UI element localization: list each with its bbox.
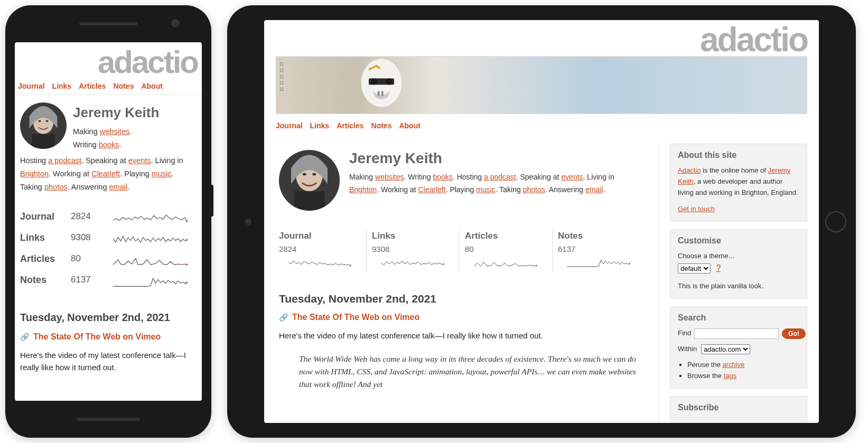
svg-point-7 [186, 264, 188, 266]
author-avatar[interactable] [20, 102, 67, 149]
link-podcast[interactable]: a podcast [484, 173, 516, 181]
nav-about[interactable]: About [399, 121, 420, 130]
link-websites[interactable]: websites [100, 127, 129, 136]
sidebar-subscribe: Subscribe [670, 396, 807, 423]
stat-articles[interactable]: Articles 80 [459, 230, 552, 271]
search-go-button[interactable]: Go! [782, 328, 806, 339]
post-title-link[interactable]: The State Of The Web on Vimeo [33, 332, 161, 342]
link-clearleft[interactable]: Clearleft [91, 169, 120, 178]
tablet-screen: adactio Journal Links Articles Notes Abo [264, 20, 819, 423]
sidebar-about-heading: About this site [678, 150, 799, 160]
author-avatar[interactable] [279, 150, 340, 211]
search-tags-item: Browse the tags [687, 371, 799, 382]
permalink-icon[interactable]: 🔗 [279, 313, 288, 322]
svg-point-3 [45, 120, 48, 122]
stat-journal[interactable]: Journal 2824 [20, 206, 197, 227]
svg-point-8 [186, 282, 188, 284]
post-date: Tuesday, November 2nd, 2021 [276, 293, 648, 305]
link-events[interactable]: events [561, 173, 583, 181]
sidebar-subscribe-heading: Subscribe [678, 403, 799, 412]
sparkline-links [105, 232, 197, 246]
phone-camera [171, 19, 180, 27]
sidebar-customise-heading: Customise [678, 236, 799, 246]
tablet-device-frame: adactio Journal Links Articles Notes Abo [227, 5, 856, 438]
link-music[interactable]: music [152, 169, 172, 178]
phone-side-button [210, 185, 213, 216]
stat-links[interactable]: Links 9308 [366, 230, 459, 271]
link-books[interactable]: books [99, 140, 119, 149]
link-clearleft[interactable]: Clearleft [418, 185, 445, 194]
link-websites[interactable]: websites [375, 173, 404, 181]
stats-row: Journal 2824 Links 9308 Articles 80 [276, 230, 648, 271]
sidebar-customise: Customise Choose a theme… default ? This… [670, 229, 807, 299]
site-logo[interactable]: adactio [15, 42, 202, 78]
nav-articles[interactable]: Articles [337, 121, 363, 130]
search-input[interactable] [694, 328, 779, 339]
phone-device-frame: adactio Journal Links Articles Notes Abo… [5, 5, 211, 438]
svg-point-20 [350, 265, 351, 267]
svg-point-23 [629, 263, 630, 265]
sidebar-about-text: Adactio is the online home of Jeremy Kei… [678, 165, 799, 198]
search-scope-select[interactable]: adactio.com [701, 344, 750, 354]
tablet-camera [245, 219, 251, 225]
sidebar: About this site Adactio is the online ho… [670, 144, 807, 423]
nav-links[interactable]: Links [310, 121, 330, 130]
stat-links[interactable]: Links 9308 [20, 227, 197, 248]
nav-links[interactable]: Links [52, 82, 72, 90]
link-contact[interactable]: Get in touch [678, 205, 715, 213]
sidebar-about: About this site Adactio is the online ho… [670, 144, 807, 221]
sparkline-articles [465, 257, 547, 268]
nav-articles[interactable]: Articles [79, 82, 106, 90]
stat-notes[interactable]: Notes 6137 [20, 269, 197, 290]
link-tags[interactable]: tags [724, 372, 737, 380]
post-quote: The World Wide Web has come a long way i… [296, 353, 648, 391]
svg-point-11 [371, 79, 377, 85]
author-name: Jeremy Keith [349, 150, 645, 167]
link-events[interactable]: events [128, 156, 151, 165]
stat-articles[interactable]: Articles 80 [20, 248, 197, 269]
author-name: Jeremy Keith [73, 105, 159, 121]
svg-rect-14 [381, 91, 384, 97]
svg-rect-19 [294, 192, 325, 211]
sparkline-articles [105, 253, 197, 267]
permalink-icon[interactable]: 🔗 [20, 333, 29, 341]
link-adactio[interactable]: Adactio [678, 166, 701, 174]
post-title-link[interactable]: The State Of The Web on Vimeo [292, 313, 419, 322]
author-bio-top: Making websites. Writing books. [73, 125, 159, 151]
link-photos[interactable]: photos [44, 183, 68, 191]
tablet-home-button [825, 211, 846, 232]
link-email[interactable]: email [109, 183, 128, 191]
link-brighton[interactable]: Brighton [349, 185, 377, 194]
main-nav: Journal Links Articles Notes About [15, 78, 202, 95]
link-books[interactable]: books [433, 173, 452, 181]
stat-journal[interactable]: Journal 2824 [279, 230, 366, 271]
nav-journal[interactable]: Journal [18, 82, 45, 90]
svg-point-12 [386, 79, 392, 85]
theme-help-link[interactable]: ? [716, 263, 721, 272]
site-logo[interactable]: adactio [264, 20, 819, 56]
search-archive-item: Peruse the archive [687, 360, 799, 371]
main-nav: Journal Links Articles Notes About [276, 117, 807, 134]
sparkline-journal [105, 211, 197, 225]
nav-notes[interactable]: Notes [114, 82, 134, 90]
nav-about[interactable]: About [141, 82, 162, 90]
link-email[interactable]: email [585, 185, 603, 194]
sidebar-search: Search Find Go! Within adactio.com Perus… [670, 306, 807, 388]
search-within-label: Within [678, 344, 697, 355]
nav-notes[interactable]: Notes [371, 121, 392, 130]
svg-point-18 [312, 173, 316, 176]
phone-screen: adactio Journal Links Articles Notes Abo… [15, 42, 202, 401]
link-music[interactable]: music [476, 185, 496, 194]
link-archive[interactable]: archive [723, 361, 745, 369]
sparkline-notes [558, 257, 640, 268]
svg-point-6 [186, 239, 188, 241]
link-podcast[interactable]: a podcast [48, 156, 81, 165]
link-photos[interactable]: photos [523, 185, 545, 194]
svg-rect-4 [32, 134, 55, 149]
post-date: Tuesday, November 2nd, 2021 [20, 312, 197, 324]
theme-select[interactable]: default [678, 263, 711, 274]
nav-journal[interactable]: Journal [276, 121, 303, 130]
link-brighton[interactable]: Brighton [20, 169, 49, 178]
hero-banner [276, 56, 807, 114]
stat-notes[interactable]: Notes 6137 [552, 230, 645, 271]
